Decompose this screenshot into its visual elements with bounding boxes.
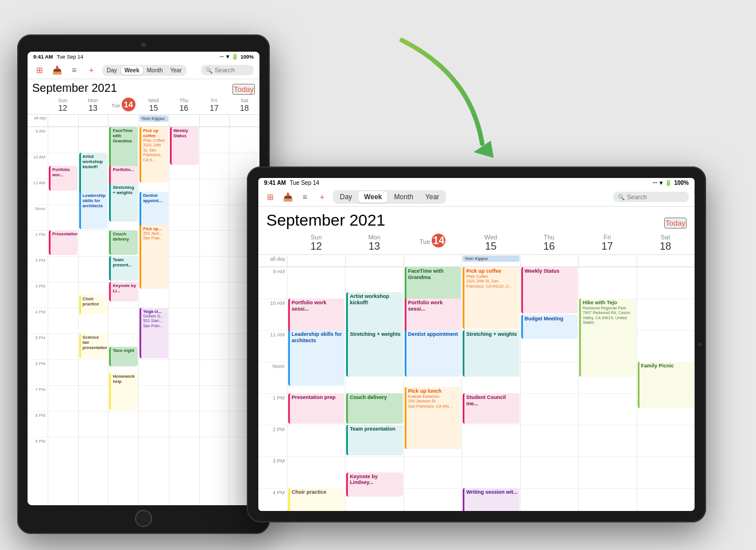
- day-header-tue: Tue 14: [108, 96, 138, 114]
- calendar-event[interactable]: Couch delivery: [109, 230, 138, 255]
- calendar-event[interactable]: Team presentation: [346, 425, 402, 455]
- week-view-button[interactable]: Week: [121, 66, 143, 75]
- calendar-event[interactable]: Portfolio wor...: [49, 166, 77, 191]
- add-event-button[interactable]: +: [316, 191, 328, 203]
- hour-line: [200, 385, 230, 411]
- battery-pct: 100%: [241, 54, 254, 60]
- day-view-button[interactable]: Day: [334, 191, 358, 203]
- hour-line: [108, 411, 138, 437]
- month-view-button[interactable]: Month: [388, 191, 418, 203]
- day-col-4: Weekly StatusBudget MeetingCall with Aun…: [520, 267, 578, 511]
- calendar-event[interactable]: Pick up lunchKokkari Estiatorio200 Jacks…: [405, 387, 461, 449]
- calendar-event[interactable]: Pick up...200 Jack...San Fran...: [139, 225, 168, 289]
- today-button[interactable]: Today: [664, 218, 687, 228]
- calendar-event[interactable]: Keynote by Lindsey...: [346, 472, 402, 497]
- calendar-event[interactable]: Stretching + weights: [463, 330, 519, 377]
- all-day-event[interactable]: Yom Kippur: [463, 255, 519, 262]
- hour-line: [48, 359, 78, 385]
- week-view-button[interactable]: Week: [358, 191, 387, 203]
- day-view-button[interactable]: Day: [103, 66, 121, 75]
- list-button[interactable]: ≡: [298, 191, 311, 203]
- time-slot: 8 PM: [28, 411, 48, 437]
- time-slot: 4 PM: [258, 488, 287, 511]
- hour-line: [79, 230, 108, 256]
- calendar-event[interactable]: Stretching + weights: [346, 330, 402, 377]
- search-input[interactable]: [215, 67, 249, 73]
- calendar-event[interactable]: Leadership skills for architects: [79, 192, 108, 230]
- calendar-event[interactable]: Team present...: [109, 256, 138, 281]
- hour-line: [169, 230, 199, 256]
- hour-line: [48, 385, 78, 411]
- year-view-button[interactable]: Year: [420, 191, 445, 203]
- event-title: FaceTime with Grandma: [408, 268, 459, 281]
- hour-line: [637, 425, 695, 456]
- screen-small: 9:41 AM Tue Sep 14 ··· ▾ 🔋 100% ⊞ 📥 ≡ + …: [28, 52, 259, 505]
- more-dots: ···: [219, 54, 224, 60]
- calendar-event[interactable]: Student Council me...: [463, 393, 519, 424]
- day-label: Sat: [241, 98, 249, 103]
- calendar-event[interactable]: Budget Meeting: [521, 315, 577, 339]
- calendar-event[interactable]: Taco night: [109, 347, 138, 366]
- event-title: Stretching + weights: [113, 185, 136, 195]
- day-label: Mon: [88, 98, 98, 103]
- day-number: 17: [199, 103, 230, 113]
- calendar-event[interactable]: Hike with TejoRedwood Regional Park7867 …: [579, 299, 635, 377]
- calendar-event[interactable]: Weekly Status: [170, 127, 199, 165]
- event-title: Dentist appoint...: [143, 193, 166, 203]
- day-header-row: Sun 12Mon 13Tue 14Wed 15Thu 16Fri 17Sat …: [28, 96, 259, 115]
- today-button[interactable]: Today: [232, 84, 255, 95]
- day-header-sun: Sun 12: [48, 96, 78, 114]
- camera-large: [698, 343, 701, 346]
- event-title: Pick up...: [143, 226, 166, 231]
- calendar-event[interactable]: Dentist appoint...: [139, 192, 168, 230]
- scroll-inner: 9 AM10 AM11 AMNoon1 PM2 PM3 PM4 PM5 PMPo…: [258, 267, 695, 511]
- calendar-event[interactable]: Presentation prep: [288, 393, 344, 424]
- add-event-button[interactable]: +: [85, 64, 98, 76]
- search-box[interactable]: 🔍: [201, 65, 254, 75]
- days-grid: Portfolio wor...Presentation...Artist wo…: [48, 127, 259, 505]
- grid-view-button[interactable]: ⊞: [264, 191, 277, 203]
- calendar-event[interactable]: Homework help: [109, 373, 138, 410]
- day-col-1: Artist workshop kickoff!Stretching + wei…: [345, 267, 403, 511]
- hour-line: [200, 359, 230, 385]
- inbox-button[interactable]: 📥: [281, 191, 294, 203]
- calendar-event[interactable]: Choir practice: [79, 295, 108, 315]
- calendar-event[interactable]: Presentation...: [49, 230, 77, 255]
- calendar-event[interactable]: Leadership skills for architects: [288, 330, 344, 386]
- calendar-event[interactable]: Science fair presentations: [79, 334, 108, 358]
- all-day-event[interactable]: Yom Kippur: [139, 115, 168, 122]
- day-header-fri: Fri 17: [578, 232, 636, 254]
- calendar-event[interactable]: Couch delivery: [346, 393, 402, 424]
- hour-line: [200, 437, 230, 463]
- time-slot: 3 PM: [28, 282, 48, 308]
- hour-line: [79, 411, 108, 437]
- time-slot: 7 PM: [28, 385, 48, 411]
- calendar-event[interactable]: Keynote by Li...: [109, 282, 138, 301]
- month-view-button[interactable]: Month: [144, 66, 166, 75]
- calendar-event[interactable]: Family Picnic: [638, 362, 694, 408]
- calendar-event[interactable]: Weekly Status: [521, 267, 577, 313]
- hour-line: [108, 437, 138, 463]
- search-box[interactable]: 🔍: [613, 192, 689, 202]
- search-input[interactable]: [627, 193, 684, 200]
- calendar-event[interactable]: Writing session wit...: [463, 488, 519, 511]
- list-button[interactable]: ≡: [68, 64, 80, 76]
- year-view-button[interactable]: Year: [167, 66, 185, 75]
- day-col-2: FaceTime with GrandmaPortfolio work sess…: [404, 267, 462, 511]
- day-header-wed: Wed 15: [462, 232, 519, 254]
- calendar-event[interactable]: Pick up coffeePhilz Coffee3101 24th St, …: [463, 267, 519, 329]
- hour-line: [230, 127, 259, 153]
- calendar-event[interactable]: Choir practice: [288, 488, 344, 511]
- calendar-event[interactable]: Yoga cl...Golden G...501 Stan...San Fran…: [139, 308, 168, 358]
- calendar-event[interactable]: Dentist appointment: [405, 330, 461, 377]
- event-title: Portfolio work sessi...: [292, 300, 343, 312]
- inbox-button[interactable]: 📥: [51, 64, 63, 76]
- event-title: Weekly Status: [173, 128, 197, 138]
- calendar-event[interactable]: Stretching + weights: [109, 184, 138, 222]
- event-title: Weekly Status: [525, 268, 576, 274]
- hour-line: [139, 437, 169, 463]
- grid-view-button[interactable]: ⊞: [33, 64, 46, 76]
- status-bar: 9:41 AM Tue Sep 14 ··· ▾ 🔋 100%: [28, 52, 259, 61]
- calendar-event[interactable]: Pick up coffeePhilz Coffee3101 24th St, …: [139, 127, 168, 183]
- home-button-small[interactable]: [135, 510, 152, 527]
